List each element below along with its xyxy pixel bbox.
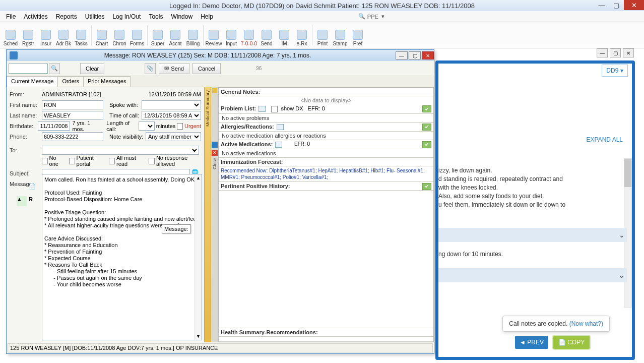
active-meds-check-icon[interactable]: ✔ (422, 141, 431, 148)
insert-template-icon[interactable]: 📄 (29, 183, 39, 193)
bg-scroll-thumb[interactable] (624, 159, 631, 187)
app-close-button[interactable]: ✕ (624, 0, 644, 10)
toolbtn-print[interactable]: Print (314, 23, 331, 47)
user-dropdown[interactable]: DD9 ▾ (602, 65, 628, 77)
sched-icon (6, 30, 16, 40)
chevron-down-icon[interactable]: ⌄ (619, 231, 625, 239)
last-name-input[interactable] (42, 111, 103, 120)
rx-icon[interactable]: R (29, 196, 39, 206)
menu-tools[interactable]: Tools (145, 12, 167, 21)
bg-close-button[interactable]: ✕ (623, 48, 634, 57)
time-of-call-label: Time of call: (109, 112, 142, 118)
cancel-button[interactable]: Cancel (192, 63, 221, 74)
menu-loginout[interactable]: Log In/Out (108, 12, 145, 21)
phone-input[interactable] (42, 132, 103, 141)
toolbtn-input[interactable]: Input (223, 23, 240, 47)
message-form: From: ADMINISTRATOR [102] 12/31/2015 08:… (7, 87, 204, 342)
toolbtn-adrbk[interactable]: Adr Bk (55, 23, 72, 47)
length-of-call-select[interactable] (139, 122, 155, 131)
active-meds-efr: EFR: 0 (294, 141, 310, 147)
urgent-checkbox[interactable] (177, 123, 183, 130)
toolbtn-7000[interactable]: 7-0-0-0 (240, 23, 257, 47)
close-panel-icon[interactable]: ✕ (212, 150, 218, 156)
toolbtn-tasks[interactable]: Tasks (73, 23, 90, 47)
note-visibility-select[interactable]: Any staff member (146, 132, 201, 141)
demographics-flag-icon[interactable] (212, 142, 218, 148)
copy-button[interactable]: 📄 COPY (553, 336, 590, 349)
from-datetime: 12/31/2015 08:59 AM (148, 91, 201, 97)
problem-list-icon[interactable] (259, 106, 266, 112)
toolbtn-super[interactable]: Super (149, 23, 166, 47)
msg-maximize-button[interactable]: ▢ (409, 51, 421, 59)
menu-activities[interactable]: Activities (20, 12, 51, 21)
problem-list-check-icon[interactable]: ✔ (422, 105, 431, 112)
toast-now-what-link[interactable]: (Now what?) (569, 320, 603, 327)
toolbtn-pref[interactable]: Pref (349, 23, 366, 47)
birthdate-input[interactable] (38, 122, 70, 131)
ppe-search[interactable]: 🔍 PPE ▾ (358, 13, 384, 20)
to-select[interactable] (42, 146, 199, 155)
allergies-icon[interactable] (277, 124, 284, 130)
tab-prior-messages[interactable]: Prior Messages (83, 76, 131, 87)
spoke-with-select[interactable] (142, 100, 201, 109)
scroll-down-icon[interactable]: ▼ (195, 333, 202, 340)
bg-section-bar-1[interactable] (438, 228, 627, 242)
active-meds-icon[interactable] (275, 142, 282, 148)
toolbtn-insur[interactable]: Insur (37, 23, 54, 47)
tab-orders[interactable]: Orders (57, 76, 84, 87)
message-line: Care Advice Discussed: (44, 235, 200, 242)
toolbtn-billing[interactable]: Billing (184, 23, 202, 47)
menu-help[interactable]: Help (197, 12, 217, 21)
no-response-checkbox[interactable] (149, 158, 155, 164)
search-patient-icon[interactable]: 🔍 (49, 63, 60, 74)
toolbtn-sched[interactable]: Sched (2, 23, 19, 47)
chevron-down-icon[interactable]: ⌄ (619, 271, 625, 279)
patient-search-input[interactable] (9, 64, 48, 74)
toolbtn-rgstr[interactable]: Rgstr (20, 23, 37, 47)
msg-close-button[interactable]: ✕ (422, 51, 434, 59)
clear-button[interactable]: Clear (80, 63, 104, 74)
app-maximize-button[interactable]: ▢ (609, 0, 623, 10)
flag-icon[interactable] (212, 88, 217, 93)
menu-file[interactable]: File (2, 12, 20, 21)
toolbtn-label: Billing (186, 41, 200, 46)
app-minimize-button[interactable]: — (595, 0, 609, 10)
time-of-call-select[interactable]: 12/31/2015 08:59 AM (142, 111, 201, 120)
toolbtn-erx[interactable]: e-Rx (293, 23, 310, 47)
toolbtn-im[interactable]: IM (276, 23, 293, 47)
toolbtn-chron[interactable]: Chron (111, 23, 128, 47)
allergies-check-icon[interactable]: ✔ (422, 124, 431, 131)
attach-icon[interactable]: 📎 (145, 63, 156, 74)
bg-minimize-button[interactable]: — (597, 48, 608, 57)
all-must-read-checkbox[interactable] (109, 158, 115, 164)
show-dx-checkbox[interactable] (271, 106, 278, 112)
patient-portal-checkbox[interactable] (69, 158, 75, 164)
message-scrollbar[interactable]: ▲ ▼ (195, 174, 202, 340)
scroll-up-icon[interactable]: ▲ (195, 174, 202, 182)
toolbtn-accnt[interactable]: Accnt (167, 23, 184, 47)
triage-up-icon[interactable]: ▲ (17, 196, 27, 206)
toolbtn-forms[interactable]: Forms (128, 23, 146, 47)
expand-all-link[interactable]: EXPAND ALL (587, 136, 623, 143)
toolbtn-review[interactable]: Review (205, 23, 222, 47)
toolbtn-send[interactable]: Send (258, 23, 275, 47)
toolbtn-chart[interactable]: Chart (93, 23, 110, 47)
menu-utilities[interactable]: Utilities (81, 12, 109, 21)
medical-summary-sidebar[interactable]: Medical Summary (204, 87, 211, 342)
toolbtn-stamp[interactable]: Stamp (332, 23, 349, 47)
search-icon: 🔍 (358, 13, 365, 20)
bg-restore-button[interactable]: ▢ (610, 48, 621, 57)
first-name-input[interactable] (42, 100, 103, 109)
prev-button[interactable]: ◄ PREV (515, 336, 548, 349)
menu-reports[interactable]: Reports (52, 12, 81, 21)
send-button[interactable]: ✉ Send (159, 63, 189, 74)
toolbtn-label: Rgstr (22, 41, 34, 46)
no-one-checkbox[interactable] (42, 158, 48, 164)
msg-minimize-button[interactable]: — (396, 51, 408, 59)
pph-check-icon[interactable]: ✔ (422, 183, 431, 190)
message-textarea[interactable]: Mom called. Ron has fainted at a school … (42, 174, 202, 340)
problem-list-body: No active problems (219, 114, 433, 123)
tab-current-message[interactable]: Current Message (7, 76, 58, 87)
menu-window[interactable]: Window (167, 12, 197, 21)
bg-section-bar-2[interactable] (438, 268, 627, 282)
